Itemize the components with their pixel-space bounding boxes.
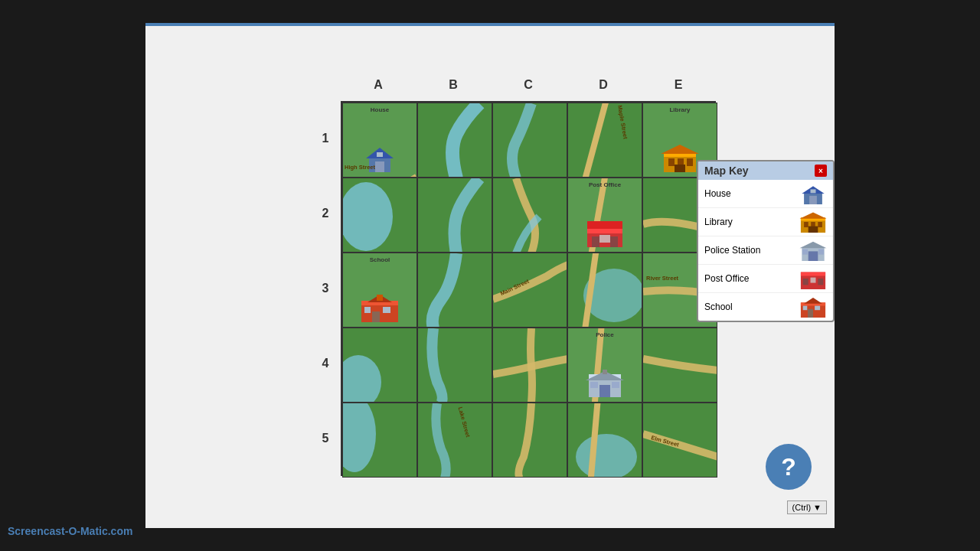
cell-b3: [417, 253, 492, 328]
svg-rect-62: [803, 306, 808, 311]
post-office-icon: [586, 220, 624, 247]
svg-rect-21: [383, 307, 390, 313]
help-button[interactable]: ?: [766, 444, 812, 490]
svg-rect-50: [802, 249, 808, 255]
cell-b4: [417, 328, 492, 403]
cell-b2: [417, 178, 492, 253]
key-postoffice-label: Post Office: [704, 273, 749, 284]
cell-e5: Elm Street: [642, 403, 717, 478]
row-header-2: 2: [310, 176, 341, 251]
svg-rect-32: [612, 382, 619, 388]
key-item-school: School: [698, 293, 833, 321]
school-label: School: [343, 256, 416, 263]
col-header-c: C: [491, 78, 566, 92]
svg-rect-10: [675, 165, 685, 172]
svg-rect-33: [603, 370, 607, 374]
svg-rect-38: [809, 196, 817, 204]
svg-rect-51: [818, 249, 824, 255]
map-key-title: Map Key: [704, 165, 749, 177]
key-police-icon: [799, 240, 827, 261]
police-label: Police: [568, 331, 642, 338]
cell-d2: Post Office: [567, 178, 642, 253]
svg-rect-43: [804, 222, 808, 227]
svg-rect-2: [375, 161, 384, 172]
key-item-house: House: [698, 180, 833, 208]
cell-a5: [342, 403, 417, 478]
path-c2: [493, 178, 567, 253]
key-postoffice-icon: [799, 268, 827, 289]
watermark: Screencast-O-Matic.com: [8, 525, 132, 537]
house-label: House: [343, 106, 416, 113]
row-header-1: 1: [310, 101, 341, 176]
svg-rect-30: [599, 385, 610, 397]
library-icon: [661, 143, 699, 172]
column-headers: A B C D E: [341, 78, 716, 92]
svg-rect-54: [803, 279, 808, 285]
map-key-header: Map Key ×: [698, 161, 833, 180]
cell-a2: [342, 178, 417, 253]
svg-marker-48: [800, 242, 827, 248]
cell-a4: [342, 328, 417, 403]
key-school-label: School: [704, 302, 733, 312]
library-label: Library: [643, 106, 717, 113]
key-item-police: Police Station: [698, 236, 833, 265]
svg-rect-22: [364, 307, 371, 313]
svg-rect-31: [590, 382, 598, 388]
svg-rect-55: [811, 278, 816, 283]
cell-a3: School: [342, 253, 417, 328]
main-screen: A B C D E 1 2 3 4 5 House: [145, 23, 835, 528]
high-street-label: High Street: [345, 164, 375, 171]
ctrl-button[interactable]: (Ctrl) ▼: [787, 500, 827, 514]
col-header-a: A: [341, 78, 416, 92]
water-a4: [343, 328, 417, 403]
svg-marker-59: [804, 298, 822, 304]
svg-rect-17: [587, 221, 622, 229]
svg-rect-39: [811, 189, 816, 193]
water-a5: [343, 403, 417, 478]
key-house-label: House: [704, 188, 731, 199]
river-b3: [418, 253, 492, 328]
cell-c3: Main Street: [492, 253, 567, 328]
river-street-label: River Street: [646, 275, 678, 282]
path-c5: [493, 403, 567, 478]
key-police-label: Police Station: [704, 245, 760, 256]
svg-rect-24: [377, 295, 383, 301]
post-office-label: Post Office: [568, 181, 642, 188]
path-c4: [493, 328, 567, 403]
cell-c1: [492, 103, 567, 178]
cell-c4: [492, 328, 567, 403]
river-b1: [418, 103, 492, 178]
key-item-library: Library: [698, 208, 833, 236]
svg-rect-8: [687, 158, 693, 166]
cell-b1: [417, 103, 492, 178]
river-b2: [418, 178, 492, 253]
cell-a1: House High Street: [342, 103, 417, 178]
map-key-panel: Map Key × House Library: [697, 160, 835, 322]
cell-d3: [567, 253, 642, 328]
river-b5: [418, 403, 492, 478]
svg-rect-60: [808, 309, 813, 318]
svg-rect-15: [610, 236, 618, 247]
path-e4: [643, 328, 717, 403]
map-grid: House High Street: [341, 101, 716, 476]
river-c1: [493, 103, 567, 178]
key-library-icon: [799, 211, 827, 233]
svg-rect-49: [808, 251, 818, 261]
map-key-close-button[interactable]: ×: [815, 165, 827, 177]
key-house-icon: [799, 183, 827, 204]
row-header-5: 5: [310, 401, 341, 476]
row-headers: 1 2 3 4 5: [310, 101, 341, 476]
svg-rect-14: [592, 236, 599, 247]
col-header-b: B: [416, 78, 491, 92]
cell-d5: [567, 403, 642, 478]
river-b4: [418, 328, 492, 403]
svg-marker-9: [661, 145, 699, 154]
key-school-icon: [799, 296, 827, 318]
svg-point-11: [343, 182, 393, 251]
svg-rect-6: [668, 158, 675, 166]
row-header-3: 3: [310, 251, 341, 326]
key-library-label: Library: [704, 217, 733, 227]
svg-rect-3: [377, 152, 383, 157]
row-header-4: 4: [310, 326, 341, 401]
cell-d1: Maple Street: [567, 103, 642, 178]
